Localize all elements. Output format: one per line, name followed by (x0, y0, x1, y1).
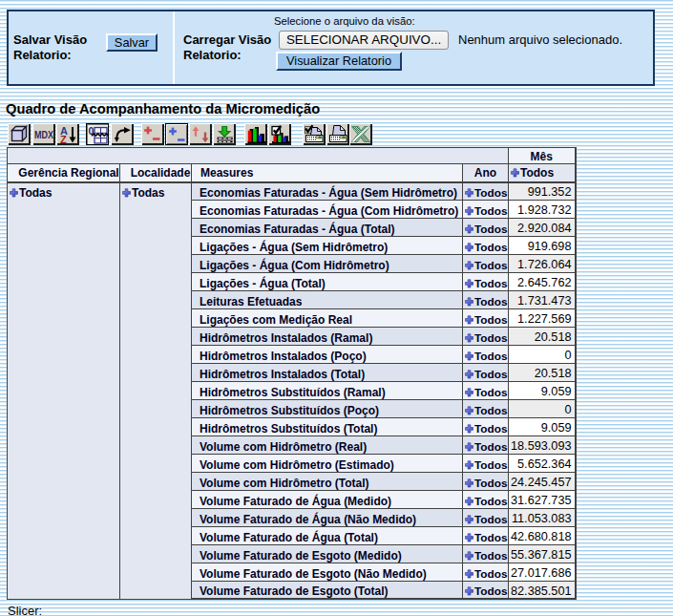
svg-text:MDX: MDX (34, 129, 53, 140)
svg-text:Z: Z (60, 134, 67, 145)
